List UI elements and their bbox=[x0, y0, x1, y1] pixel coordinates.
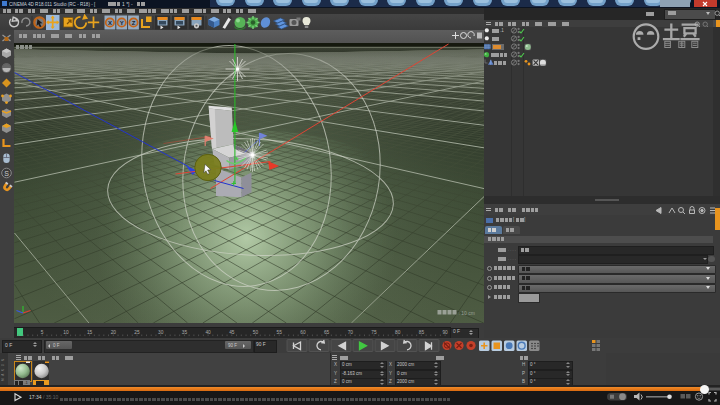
svg-text:85: 85 bbox=[418, 330, 424, 335]
svg-text:S: S bbox=[4, 170, 9, 177]
svg-text:Y: Y bbox=[120, 20, 124, 26]
svg-text:55: 55 bbox=[276, 330, 282, 335]
svg-text:20: 20 bbox=[110, 330, 116, 335]
svg-text:50: 50 bbox=[252, 330, 258, 335]
svg-text:65: 65 bbox=[323, 330, 329, 335]
svg-text:/ 35:10: / 35:10 bbox=[43, 394, 59, 400]
svg-text:40: 40 bbox=[205, 330, 211, 335]
svg-text:10: 10 bbox=[63, 330, 69, 335]
svg-text:70: 70 bbox=[347, 330, 353, 335]
svg-text:75: 75 bbox=[371, 330, 377, 335]
svg-text:Z: Z bbox=[132, 20, 136, 26]
svg-text:X: X bbox=[108, 20, 112, 26]
svg-text:15: 15 bbox=[86, 330, 92, 335]
svg-text:90: 90 bbox=[442, 330, 448, 335]
svg-text:60: 60 bbox=[300, 330, 306, 335]
svg-text:80: 80 bbox=[395, 330, 401, 335]
svg-text:30: 30 bbox=[158, 330, 164, 335]
svg-text:45: 45 bbox=[229, 330, 235, 335]
svg-text:17:34: 17:34 bbox=[29, 394, 42, 400]
svg-text:5: 5 bbox=[40, 330, 43, 335]
svg-text:: 10 cm: : 10 cm bbox=[458, 310, 474, 316]
svg-text:35: 35 bbox=[181, 330, 187, 335]
svg-text:25: 25 bbox=[134, 330, 140, 335]
